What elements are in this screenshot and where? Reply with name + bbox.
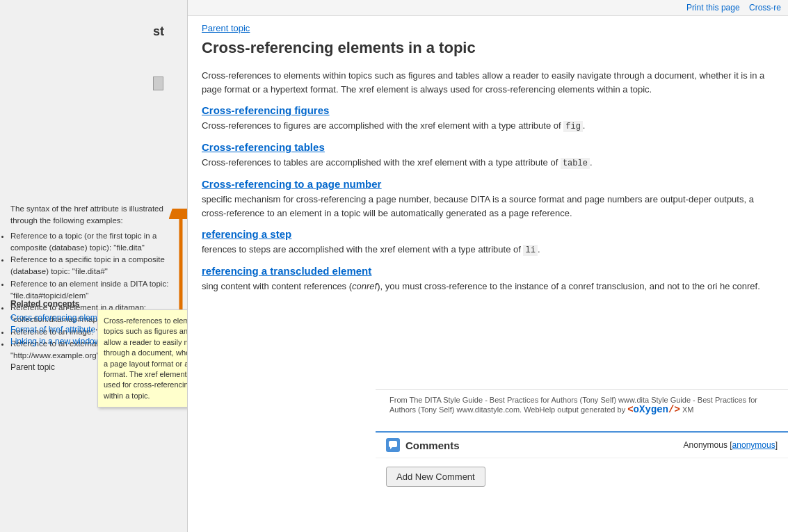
section-heading-5[interactable]: referencing a transcluded element <box>202 265 774 277</box>
print-link[interactable]: Print this page <box>686 3 740 13</box>
tooltip-popup: Cross-references to elements within topi… <box>97 309 188 408</box>
anonymous-badge: Anonymous [anonymous] <box>684 440 778 450</box>
section-body-4: ferences to steps are accomplished with … <box>202 243 774 257</box>
section-heading-4[interactable]: referencing a step <box>202 228 774 240</box>
sidebar-label: st <box>153 24 164 39</box>
svg-rect-2 <box>389 441 397 447</box>
section-body-5: sing content with content references (co… <box>202 280 774 293</box>
section-heading-3[interactable]: Cross-referencing to a page number <box>202 178 774 190</box>
article: Parent topic Cross-referencing elements … <box>188 16 788 444</box>
section-body-3: specific mechanism for cross-referencing… <box>202 193 774 220</box>
oxygen-logo: <oXygen/> <box>627 404 680 415</box>
top-bar-links: Print this page Cross-re <box>686 3 781 13</box>
href-intro: The syntax of the href attribute is illu… <box>10 203 177 227</box>
cross-ref-link[interactable]: Cross-re <box>749 3 781 13</box>
section-heading-1[interactable]: Cross-referencing figures <box>202 104 774 116</box>
section-body-2: Cross-references to tables are accomplis… <box>202 156 774 170</box>
chat-icon <box>388 440 398 450</box>
top-bar: Print this page Cross-re <box>188 0 788 16</box>
article-intro: Cross-references to elements within topi… <box>202 69 774 96</box>
article-title: Cross-referencing elements in a topic <box>202 39 774 61</box>
add-comment-button[interactable]: Add New Comment <box>386 467 485 487</box>
section-body-1: Cross-references to figures are accompli… <box>202 119 774 133</box>
comments-header: Comments Anonymous [anonymous] <box>376 433 788 458</box>
parent-topic-link[interactable]: Parent topic <box>202 23 774 33</box>
arrow-graphic <box>160 209 188 320</box>
xm-text: XM <box>682 405 694 414</box>
comments-section: Comments Anonymous [anonymous] Add New C… <box>376 431 788 532</box>
main-content: Print this page Cross-re Parent topic Cr… <box>188 0 788 532</box>
sidebar: st The syntax of the href attribute is i… <box>0 0 188 532</box>
comments-icon <box>386 438 400 452</box>
footer-text: From The DITA Style Guide - Best Practic… <box>376 389 788 421</box>
comments-title: Comments <box>386 438 460 452</box>
sidebar-scrollbar[interactable] <box>153 76 163 90</box>
list-item: Reference to a topic (or the first topic… <box>10 230 177 255</box>
parent-topic-link[interactable]: Parent topic <box>10 362 55 372</box>
comments-label: Comments <box>405 440 460 451</box>
anonymous-link[interactable]: anonymous <box>732 440 775 450</box>
svg-marker-3 <box>390 447 392 449</box>
tooltip-text: Cross-references to elements within topi… <box>104 316 188 400</box>
footer-citation: From The DITA Style Guide - Best Practic… <box>389 396 757 414</box>
list-item: Reference to a specific topic in a compo… <box>10 254 177 278</box>
related-concepts-heading: Related concepts <box>10 299 177 309</box>
section-heading-2[interactable]: Cross-referencing tables <box>202 141 774 153</box>
